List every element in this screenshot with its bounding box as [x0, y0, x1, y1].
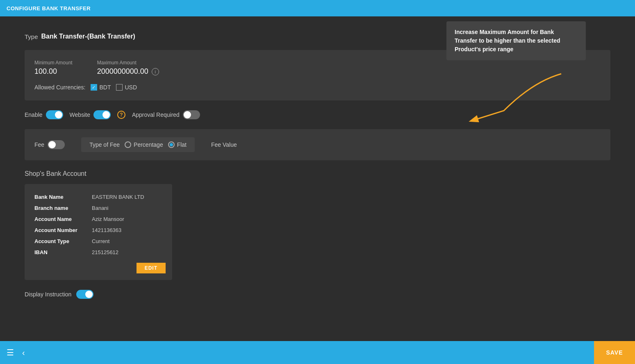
bank-name-label: Bank Name: [34, 194, 92, 200]
display-instruction-row: Display Instruction: [25, 290, 610, 299]
toggles-row: Enable Website ? Approval Required: [25, 110, 610, 119]
amount-row: Minimum Amount 100.00 Maximum Amount 200…: [34, 60, 601, 76]
bdt-checkbox-group[interactable]: ✓ BDT: [91, 84, 111, 91]
save-button[interactable]: SAVE: [594, 341, 635, 364]
account-name-label: Account Name: [34, 216, 92, 222]
approval-toggle[interactable]: [183, 110, 200, 119]
bdt-label: BDT: [100, 84, 111, 91]
branch-name-label: Branch name: [34, 205, 92, 211]
account-number-row: Account Number 1421136363: [34, 227, 162, 233]
bdt-checkbox[interactable]: ✓: [91, 84, 97, 91]
fee-card: Fee Type of Fee Percentage Flat: [25, 129, 610, 160]
account-number-label: Account Number: [34, 227, 92, 233]
enable-toggle[interactable]: [46, 110, 63, 119]
flat-radio-outer: [168, 141, 175, 148]
back-icon[interactable]: ‹: [22, 348, 25, 357]
usd-checkbox[interactable]: [116, 84, 123, 91]
top-bar: CONFIGURE BANK TRANSFER: [0, 0, 635, 16]
hamburger-icon[interactable]: ☰: [7, 348, 14, 357]
approval-toggle-group: Approval Required: [132, 110, 200, 119]
fee-type-section: Type of Fee Percentage Flat: [81, 137, 195, 152]
display-instruction-toggle-knob: [85, 291, 93, 298]
fee-label: Fee: [34, 141, 44, 148]
account-type-value: Current: [92, 238, 109, 244]
min-amount-field: Minimum Amount 100.00: [34, 60, 73, 76]
display-instruction-label: Display Instruction: [25, 291, 71, 298]
fee-toggle-group: Fee: [34, 140, 65, 149]
max-amount-info-icon[interactable]: i: [152, 68, 159, 75]
website-toggle[interactable]: [93, 110, 111, 119]
type-value: Bank Transfer-(Bank Transfer): [41, 33, 135, 40]
bank-account-title: Shop's Bank Account: [25, 170, 610, 177]
fee-toggle-knob: [48, 141, 56, 148]
currencies-row: Allowed Currencies: ✓ BDT USD: [34, 84, 601, 91]
branch-name-value: Banani: [92, 205, 108, 211]
enable-toggle-group: Enable: [25, 110, 63, 119]
iban-row: IBAN 215125612: [34, 249, 162, 255]
edit-button[interactable]: EDIT: [137, 263, 166, 273]
display-instruction-toggle[interactable]: [76, 290, 93, 299]
website-toggle-group: Website: [70, 110, 111, 119]
tooltip-text: Increase Maximum Amount for Bank Transfe…: [455, 29, 560, 52]
approval-label: Approval Required: [132, 111, 180, 118]
bank-account-section: Shop's Bank Account Bank Name EASTERN BA…: [25, 170, 610, 280]
flat-radio-label: Flat: [177, 141, 187, 148]
website-toggle-knob: [102, 111, 110, 118]
enable-toggle-knob: [55, 111, 62, 118]
usd-label: USD: [125, 84, 137, 91]
approval-toggle-knob: [184, 111, 191, 118]
bottom-bar: ☰ ‹ SAVE: [0, 341, 635, 364]
bank-account-card: Bank Name EASTERN BANK LTD Branch name B…: [25, 184, 172, 280]
account-number-value: 1421136363: [92, 227, 121, 233]
max-amount-row: 2000000000.00 i: [97, 67, 159, 76]
currencies-label: Allowed Currencies:: [34, 84, 86, 91]
website-label: Website: [70, 111, 90, 118]
bdt-checkmark: ✓: [92, 85, 96, 90]
iban-value: 215125612: [92, 249, 118, 255]
percentage-radio-label: Percentage: [134, 141, 163, 148]
bank-name-row: Bank Name EASTERN BANK LTD: [34, 194, 162, 200]
tooltip-callout: Increase Maximum Amount for Bank Transfe…: [446, 21, 586, 60]
type-label: Type: [25, 33, 38, 40]
fee-value-label: Fee Value: [211, 141, 237, 148]
account-type-row: Account Type Current: [34, 238, 162, 244]
max-amount-value: 2000000000.00: [97, 67, 148, 76]
fee-toggle[interactable]: [48, 140, 65, 149]
account-type-label: Account Type: [34, 238, 92, 244]
percentage-radio-outer: [125, 141, 131, 148]
iban-label: IBAN: [34, 249, 92, 255]
enable-label: Enable: [25, 111, 43, 118]
main-content: Type Bank Transfer-(Bank Transfer) Minim…: [0, 16, 635, 341]
account-name-value: Aziz Mansoor: [92, 216, 124, 222]
usd-checkbox-group[interactable]: USD: [116, 84, 137, 91]
flat-radio-inner: [170, 143, 173, 146]
page-title: CONFIGURE BANK TRANSFER: [7, 5, 91, 11]
max-amount-label: Maximum Amount: [97, 60, 159, 66]
min-amount-label: Minimum Amount: [34, 60, 73, 66]
percentage-radio[interactable]: Percentage: [125, 141, 163, 148]
bank-name-value: EASTERN BANK LTD: [92, 194, 144, 200]
branch-name-row: Branch name Banani: [34, 205, 162, 211]
account-name-row: Account Name Aziz Mansoor: [34, 216, 162, 222]
flat-radio[interactable]: Flat: [168, 141, 187, 148]
help-icon[interactable]: ?: [117, 111, 125, 119]
fee-type-label: Type of Fee: [89, 141, 120, 148]
min-amount-value: 100.00: [34, 67, 73, 76]
max-amount-field: Maximum Amount 2000000000.00 i: [97, 60, 159, 76]
